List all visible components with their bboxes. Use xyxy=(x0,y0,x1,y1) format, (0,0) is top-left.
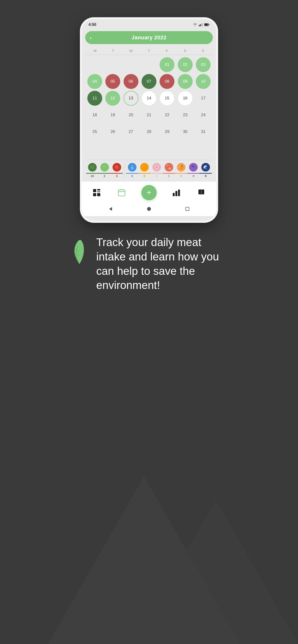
calendar-day-27[interactable]: 27 xyxy=(123,124,138,139)
status-bar: 4:50 xyxy=(82,19,216,29)
calendar-day-31[interactable]: 31 xyxy=(196,124,211,139)
calendar-day-20[interactable]: 20 xyxy=(123,108,138,122)
calendar-day-23[interactable]: 23 xyxy=(178,108,193,122)
battery-icon xyxy=(204,23,209,26)
bottom-section: Track your daily meat intake and learn h… xyxy=(51,235,247,292)
svg-rect-5 xyxy=(202,23,203,26)
stat-item-6[interactable]: 🍖1 xyxy=(163,163,175,178)
calendar-day-18[interactable]: 18 xyxy=(87,108,102,122)
calendar-day-empty-37 xyxy=(123,141,138,156)
stat-item-5[interactable]: 🌸1 xyxy=(151,163,163,178)
stat-count-2: 3 xyxy=(116,174,117,178)
calendar-day-09[interactable]: 09 xyxy=(178,74,193,89)
calendar-day-empty-1 xyxy=(105,57,120,72)
calendar-day-21[interactable]: 21 xyxy=(141,108,157,122)
stat-group-divider xyxy=(124,163,124,178)
android-home-button[interactable] xyxy=(146,206,152,212)
nav-dashboard-button[interactable] xyxy=(91,187,102,198)
android-back-button[interactable] xyxy=(107,206,114,212)
calendar-day-05[interactable]: 05 xyxy=(105,74,120,89)
stat-line-1 xyxy=(98,173,111,174)
calendar-day-13[interactable]: 13 xyxy=(123,91,138,106)
calendar-day-17[interactable]: 17 xyxy=(196,91,211,106)
nav-add-button[interactable]: + xyxy=(141,185,157,200)
calendar-day-24[interactable]: 24 xyxy=(196,108,211,122)
calendar-day-07[interactable]: 07 xyxy=(141,74,157,89)
calendar-day-04[interactable]: 04 xyxy=(87,74,102,89)
calendar-day-16[interactable]: 16 xyxy=(178,91,193,106)
android-recents-button[interactable] xyxy=(184,206,191,212)
calendar-day-empty-39 xyxy=(160,141,175,156)
calendar-day-02[interactable]: 02 xyxy=(178,57,193,72)
stat-item-8[interactable]: 🫐0 xyxy=(187,163,200,178)
nav-chart-button[interactable] xyxy=(171,187,182,198)
stat-icon-1: 🌱 xyxy=(100,163,109,172)
stat-item-7[interactable]: 🍊0 xyxy=(175,163,187,178)
calendar-day-03[interactable]: 03 xyxy=(196,57,211,72)
svg-rect-9 xyxy=(93,189,96,192)
stat-item-9[interactable]: 🌊0 xyxy=(200,163,212,178)
calendar-day-14[interactable]: 14 xyxy=(141,91,157,106)
day-header-tue: T xyxy=(104,48,122,54)
stat-item-2[interactable]: 🔴3 xyxy=(111,163,123,178)
stat-icon-7: 🍊 xyxy=(177,163,186,172)
stat-count-4: 8 xyxy=(143,174,145,178)
stat-line-0 xyxy=(86,173,98,174)
nav-calendar-button[interactable] xyxy=(116,187,127,198)
stat-count-5: 1 xyxy=(156,174,158,178)
day-header-sat: S xyxy=(176,48,194,54)
calendar-day-empty-36 xyxy=(105,141,120,156)
svg-rect-20 xyxy=(178,190,180,196)
svg-rect-8 xyxy=(209,24,209,25)
calendar-day-empty-41 xyxy=(196,141,211,156)
leaf-icon xyxy=(70,238,89,268)
calendar-day-29[interactable]: 29 xyxy=(160,124,175,139)
prev-month-button[interactable]: ‹ xyxy=(90,35,92,40)
calendar-day-15[interactable]: 15 xyxy=(160,91,175,106)
calendar-day-19[interactable]: 19 xyxy=(105,108,120,122)
phone-frame: 4:50 ‹ xyxy=(82,19,216,221)
month-header[interactable]: ‹ January 2022 xyxy=(85,31,213,44)
status-time: 4:50 xyxy=(89,22,96,27)
calendar-day-10[interactable]: 10 xyxy=(196,74,211,89)
stat-line-4 xyxy=(138,173,151,174)
calendar-day-08[interactable]: 08 xyxy=(160,74,175,89)
stat-icon-5: 🌸 xyxy=(152,163,161,172)
svg-rect-13 xyxy=(97,193,100,196)
svg-rect-19 xyxy=(175,191,177,196)
stat-line-2 xyxy=(111,173,123,174)
calendar-day-empty-38 xyxy=(141,141,157,156)
day-header-sun: S xyxy=(194,48,212,54)
calendar-top-divider xyxy=(85,54,213,55)
svg-rect-2 xyxy=(199,25,200,26)
day-header-wed: W xyxy=(122,48,140,54)
calendar-day-26[interactable]: 26 xyxy=(105,124,120,139)
tagline-text: Track your daily meat intake and learn h… xyxy=(96,235,228,292)
calendar-day-empty-0 xyxy=(87,57,102,72)
android-nav xyxy=(82,203,216,216)
calendar-day-01[interactable]: 01 xyxy=(160,57,175,72)
stat-item-4[interactable]: 🟠8 xyxy=(138,163,151,178)
calendar-day-11[interactable]: 11 xyxy=(87,91,102,106)
calendar-day-30[interactable]: 30 xyxy=(178,124,193,139)
stat-icon-8: 🫐 xyxy=(189,163,198,172)
day-header-thu: T xyxy=(140,48,158,54)
stat-icon-4: 🟠 xyxy=(140,163,149,172)
bottom-nav: + xyxy=(82,182,216,203)
calendar-day-06[interactable]: 06 xyxy=(123,74,138,89)
stat-item-1[interactable]: 🌱2 xyxy=(98,163,111,178)
stat-icon-3: 💧 xyxy=(128,163,136,172)
calendar-day-25[interactable]: 25 xyxy=(87,124,102,139)
svg-rect-24 xyxy=(186,207,189,210)
calendar-day-empty-3 xyxy=(141,57,157,72)
stat-count-3: 8 xyxy=(131,174,133,178)
stat-item-3[interactable]: 💧8 xyxy=(126,163,138,178)
calendar-day-28[interactable]: 28 xyxy=(141,124,157,139)
calendar-grid: 0102030405060708091011121314151617181920… xyxy=(85,57,213,156)
calendar-day-12[interactable]: 12 xyxy=(105,91,120,106)
stat-count-0: 10 xyxy=(90,174,94,178)
stat-count-8: 0 xyxy=(193,174,194,178)
stat-item-0[interactable]: 🌿10 xyxy=(86,163,98,178)
calendar-day-22[interactable]: 22 xyxy=(160,108,175,122)
nav-book-button[interactable] xyxy=(196,187,207,198)
